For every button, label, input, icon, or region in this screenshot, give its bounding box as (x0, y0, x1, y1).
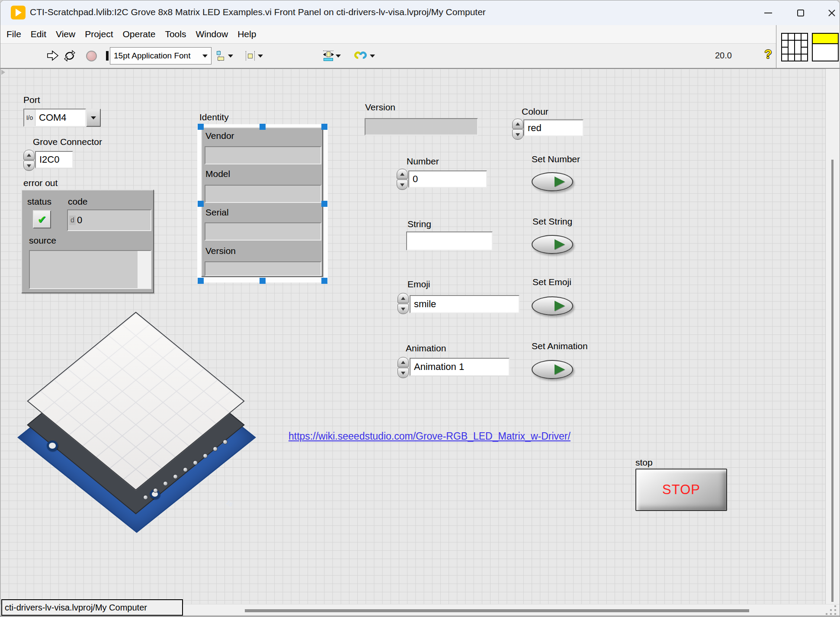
port-dropdown-button[interactable] (86, 109, 101, 127)
set-number-button[interactable] (532, 172, 573, 191)
animation-field[interactable]: Animation 1 (410, 358, 510, 376)
increment-button[interactable] (23, 150, 35, 160)
labview-front-panel-window: CTI-Scratchpad.lvlib:I2C Grove 8x8 Matri… (0, 0, 840, 617)
decrement-button[interactable] (398, 304, 409, 314)
number-field[interactable]: 0 (408, 170, 487, 188)
menu-tools[interactable]: Tools (160, 29, 191, 39)
grove-connector-field[interactable]: I2C0 (35, 151, 73, 168)
increment-button[interactable] (398, 357, 409, 367)
stop-button[interactable]: STOP (635, 469, 727, 511)
resize-objects-button[interactable] (323, 50, 341, 61)
reorder-objects-button[interactable] (354, 49, 375, 62)
context-help-button[interactable]: ? (764, 47, 772, 61)
run-button[interactable] (46, 50, 59, 61)
maximize-button[interactable] (791, 6, 810, 20)
source-scroll-area[interactable] (138, 251, 151, 288)
string-value (407, 232, 492, 250)
vertical-scrollbar-thumb[interactable] (831, 160, 834, 602)
distribute-objects-button[interactable] (245, 50, 263, 61)
solder-pin (193, 460, 198, 465)
version-field (365, 118, 478, 135)
decrement-button[interactable] (512, 129, 523, 140)
abort-button[interactable] (86, 51, 97, 61)
set-animation-button[interactable] (532, 360, 573, 379)
string-label: String (407, 219, 431, 229)
decrement-button[interactable] (23, 161, 35, 171)
set-emoji-button[interactable] (532, 296, 573, 315)
maximize-icon (797, 10, 804, 16)
up-arrow-icon (401, 361, 405, 364)
identity-vendor-label: Vendor (205, 131, 234, 141)
menu-operate[interactable]: Operate (118, 29, 160, 39)
vertical-scrollbar[interactable] (825, 69, 840, 604)
selection-handle[interactable] (260, 278, 266, 284)
identity-version-value (205, 262, 321, 275)
identity-model-label: Model (205, 169, 230, 179)
increment-button[interactable] (397, 169, 408, 179)
selection-handle[interactable] (198, 201, 204, 207)
window-title: CTI-Scratchpad.lvlib:I2C Grove 8x8 Matri… (30, 7, 486, 17)
identity-model-value (205, 186, 321, 202)
up-arrow-icon (400, 173, 404, 176)
menu-help[interactable]: Help (233, 29, 261, 39)
font-selector[interactable]: 15pt Application Font (110, 47, 212, 64)
selection-handle[interactable] (321, 201, 327, 207)
colour-field[interactable]: red (523, 119, 584, 136)
selection-handle[interactable] (260, 124, 266, 130)
port-control[interactable]: I/o COM4 (23, 109, 86, 127)
up-arrow-icon (27, 154, 31, 157)
emoji-field[interactable]: smile (410, 295, 519, 313)
run-continuously-button[interactable] (63, 49, 77, 62)
identity-vendor-value (205, 147, 321, 164)
solder-pin (183, 467, 188, 472)
down-arrow-icon (401, 308, 405, 311)
decrement-button[interactable] (398, 368, 409, 378)
version-label: Version (365, 102, 395, 112)
solder-pin (203, 453, 208, 458)
set-string-label: Set String (532, 216, 572, 227)
minimize-button[interactable] (759, 6, 778, 20)
align-objects-button[interactable] (215, 50, 233, 61)
horizontal-scrollbar-thumb[interactable] (245, 609, 749, 612)
minimize-icon (764, 13, 772, 13)
identity-cluster[interactable]: Vendor Model Serial Version (201, 127, 323, 277)
selection-handle[interactable] (198, 278, 204, 284)
menu-window[interactable]: Window (191, 29, 233, 39)
execution-target-text: cti-drivers-lv-visa.lvproj/My Computer (5, 603, 147, 613)
selection-handle[interactable] (321, 124, 327, 130)
close-button[interactable] (822, 6, 840, 20)
increment-button[interactable] (512, 119, 523, 129)
selection-handle[interactable] (198, 124, 204, 130)
down-arrow-icon (516, 133, 520, 136)
run-continuous-icon (63, 49, 77, 62)
labview-app-icon[interactable] (11, 6, 26, 19)
error-source-label: source (29, 235, 56, 246)
connector-pane-icon[interactable] (781, 33, 808, 61)
colour-label: Colour (522, 106, 548, 117)
decrement-button[interactable] (397, 180, 408, 190)
menu-view[interactable]: View (51, 29, 80, 39)
solder-pin (223, 440, 228, 444)
identity-version-field (205, 261, 321, 276)
green-arrow-icon (555, 239, 565, 250)
selection-handle[interactable] (321, 278, 327, 284)
error-code-label: code (68, 196, 88, 207)
radix-indicator[interactable]: d (69, 215, 76, 225)
resize-objects-icon (323, 50, 334, 61)
solder-pin (163, 481, 168, 486)
wiki-hyperlink[interactable]: https://wiki.seeedstudio.com/Grove-RGB_L… (289, 431, 571, 442)
execution-target-box[interactable]: cti-drivers-lv-visa.lvproj/My Computer (1, 599, 183, 616)
set-string-button[interactable] (532, 235, 573, 254)
emoji-label: Emoji (407, 279, 430, 289)
menu-project[interactable]: Project (80, 29, 118, 39)
increment-button[interactable] (398, 293, 409, 303)
version-value (365, 119, 477, 135)
string-field[interactable] (406, 231, 493, 251)
port-value[interactable]: COM4 (35, 109, 85, 126)
error-status-label: status (27, 196, 51, 207)
resize-grip[interactable] (826, 605, 838, 615)
vi-icon[interactable] (812, 33, 839, 61)
menu-file[interactable]: File (2, 29, 26, 39)
menu-edit[interactable]: Edit (26, 29, 51, 39)
identity-model-field (205, 185, 321, 203)
